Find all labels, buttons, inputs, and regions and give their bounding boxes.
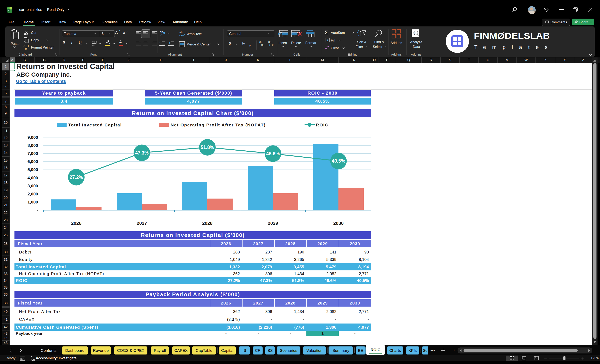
svg-text:40.5%: 40.5%	[332, 158, 345, 164]
svg-text:Z: Z	[357, 35, 359, 38]
svg-text:A: A	[357, 30, 360, 34]
svg-text:51.8%: 51.8%	[201, 145, 214, 150]
svg-text:1,000: 1,000	[28, 200, 38, 204]
svg-text:47.3%: 47.3%	[135, 150, 149, 155]
svg-text:3,000: 3,000	[28, 183, 38, 188]
svg-text:27.2%: 27.2%	[69, 174, 83, 180]
svg-text:7,000: 7,000	[28, 151, 38, 156]
svg-text:2027: 2027	[137, 221, 147, 226]
svg-text:.00: .00	[268, 41, 271, 44]
svg-text:6,000: 6,000	[28, 159, 38, 164]
svg-text:2026: 2026	[71, 221, 82, 226]
svg-text:5,000: 5,000	[28, 167, 38, 172]
svg-text:2030: 2030	[333, 221, 344, 226]
svg-text:46.6%: 46.6%	[266, 151, 280, 156]
svg-text:ROIC: ROIC	[316, 122, 328, 127]
svg-text:2,000: 2,000	[28, 191, 38, 196]
svg-text:x: x	[8, 9, 9, 12]
svg-text:.00: .00	[261, 43, 264, 46]
svg-text:2029: 2029	[268, 221, 278, 226]
svg-text:Total Invested Capital: Total Invested Capital	[68, 122, 122, 127]
svg-text:Net Operating Profit After Tax: Net Operating Profit After Tax (NOPAT)	[170, 122, 266, 127]
svg-text:4,000: 4,000	[28, 175, 38, 180]
svg-text:2028: 2028	[202, 221, 213, 226]
svg-text:c: c	[179, 34, 181, 37]
svg-text:8,000: 8,000	[28, 143, 38, 148]
svg-text:ab: ab	[179, 31, 182, 34]
svg-text:-: -	[37, 208, 38, 213]
svg-text:9,000: 9,000	[28, 135, 38, 140]
svg-text:0: 0	[272, 44, 273, 46]
svg-text:ab: ab	[160, 30, 163, 34]
